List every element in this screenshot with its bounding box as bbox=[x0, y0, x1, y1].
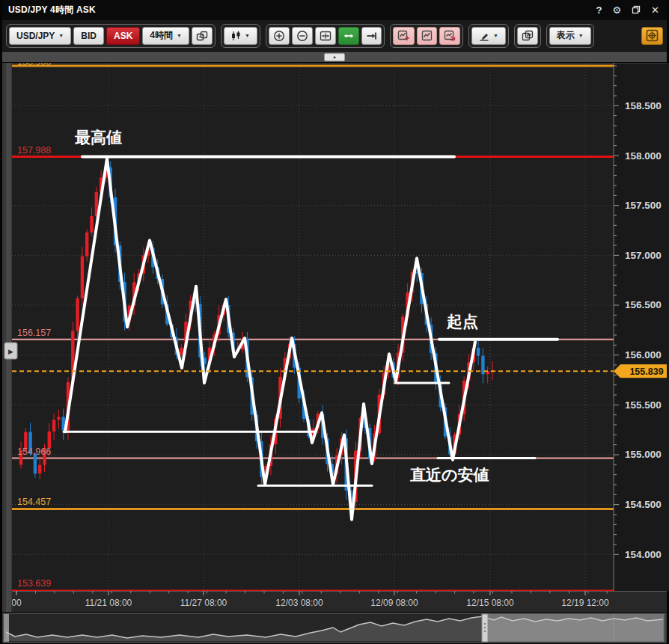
y-axis-label: 154.500 bbox=[625, 499, 662, 510]
chart-list-icon bbox=[421, 30, 433, 41]
candle-body bbox=[52, 420, 55, 431]
x-axis-label: 00 bbox=[11, 598, 22, 608]
y-axis-label: 158.000 bbox=[625, 150, 662, 162]
display-menu-label: 表示 bbox=[557, 29, 575, 42]
price-level-label: 158.900 bbox=[17, 63, 51, 67]
y-axis-label: 154.000 bbox=[625, 549, 662, 560]
zoom-out-icon bbox=[296, 30, 308, 42]
compare-overlay-icon bbox=[522, 30, 534, 41]
ask-button[interactable]: ASK bbox=[106, 27, 140, 45]
trading-chart-window: USD/JPY 4時間 ASK ? ⚙ ✕ USD/JPY ▼ BID ASK … bbox=[0, 0, 669, 644]
zoom-in-button[interactable] bbox=[269, 27, 290, 45]
x-axis-label: 12/19 12:00 bbox=[561, 598, 609, 608]
y-axis-label: 158.500 bbox=[625, 100, 662, 111]
fit-all-button[interactable] bbox=[315, 27, 336, 45]
crosshair-icon bbox=[646, 29, 659, 42]
arrow-right-icon bbox=[366, 31, 377, 40]
zoom-group bbox=[266, 24, 385, 48]
navigator-handle-grip-dot bbox=[484, 623, 486, 625]
scroll-to-latest-button[interactable] bbox=[361, 27, 382, 45]
settings-gear-icon[interactable]: ⚙ bbox=[612, 5, 621, 15]
annotation-text[interactable]: 起点 bbox=[446, 313, 478, 331]
link-charts-button[interactable] bbox=[192, 27, 213, 45]
x-axis-label: 12/15 08:00 bbox=[466, 598, 514, 608]
chart-list-button[interactable] bbox=[417, 27, 437, 45]
zoom-in-icon bbox=[273, 30, 285, 42]
chevron-up-icon: ▲ bbox=[332, 55, 337, 59]
symbol-select[interactable]: USD/JPY ▼ bbox=[9, 27, 71, 45]
candle-body bbox=[81, 257, 84, 298]
price-level-label: 157.988 bbox=[17, 145, 51, 156]
x-axis-label: 12/03 08:00 bbox=[275, 598, 323, 608]
chevron-down-icon: ▼ bbox=[493, 33, 498, 38]
candle-body bbox=[76, 298, 79, 331]
x-axis-label: 12/09 08:00 bbox=[370, 598, 418, 608]
timeframe-select-value: 4時間 bbox=[150, 29, 173, 42]
time-axis[interactable]: 0011/21 08:0011/27 08:0012/03 08:0012/09… bbox=[11, 591, 667, 612]
popout-chart-button[interactable] bbox=[439, 27, 460, 45]
current-price-value: 155.839 bbox=[629, 367, 663, 377]
fit-horizontal-button[interactable] bbox=[338, 27, 359, 45]
window-controls: ? ⚙ ✕ bbox=[596, 5, 659, 16]
chart-type-select[interactable]: ▼ bbox=[224, 27, 257, 45]
crosshair-tool-button[interactable] bbox=[641, 27, 663, 45]
toolbar-collapse-strip: ▲ bbox=[2, 52, 667, 62]
chevron-down-icon: ▼ bbox=[578, 33, 584, 38]
chart-manage-group bbox=[390, 24, 463, 48]
candle-body bbox=[180, 348, 183, 355]
candlestick-icon bbox=[231, 31, 241, 41]
pencil-icon bbox=[479, 31, 489, 41]
popout-chart-icon bbox=[444, 30, 456, 41]
chevron-right-icon: ▶ bbox=[8, 348, 13, 355]
chevron-down-icon: ▼ bbox=[58, 33, 64, 38]
candle-body bbox=[38, 465, 41, 473]
compare-overlay-button[interactable] bbox=[517, 27, 538, 45]
annotation-text[interactable]: 直近の安値 bbox=[409, 466, 489, 483]
candle-body bbox=[477, 348, 480, 356]
x-axis-label: 11/21 08:00 bbox=[85, 598, 132, 608]
chevron-down-icon: ▼ bbox=[177, 33, 182, 38]
splitter-bar[interactable] bbox=[6, 63, 11, 612]
navigator-handle-grip-dot bbox=[484, 631, 486, 632]
y-axis-label: 157.000 bbox=[625, 250, 662, 261]
overlay-group bbox=[514, 24, 541, 48]
timeframe-select[interactable]: 4時間 ▼ bbox=[142, 27, 189, 45]
y-axis-label: 155.000 bbox=[625, 449, 662, 460]
symbol-select-value: USD/JPY bbox=[16, 31, 55, 41]
close-icon[interactable]: ✕ bbox=[651, 5, 659, 15]
navigator[interactable] bbox=[3, 613, 666, 643]
y-axis-label: 156.000 bbox=[625, 349, 662, 361]
fit-all-icon bbox=[320, 31, 332, 41]
candle-body bbox=[57, 417, 60, 420]
draw-group: ▼ bbox=[468, 24, 509, 48]
title-bar: USD/JPY 4時間 ASK ? ⚙ ✕ bbox=[2, 0, 667, 20]
help-icon[interactable]: ? bbox=[596, 5, 602, 15]
bid-button[interactable]: BID bbox=[73, 27, 104, 45]
chevron-down-icon: ▼ bbox=[245, 33, 250, 38]
chart-canvas[interactable]: 最高値起点直近の安値 158.500158.000157.500157.0001… bbox=[0, 63, 669, 644]
collapse-toolbar-button[interactable]: ▲ bbox=[324, 53, 345, 61]
navigator-handle-grip-dot bbox=[484, 627, 486, 628]
toolbar: USD/JPY ▼ BID ASK 4時間 ▼ ▼ bbox=[2, 20, 667, 51]
price-level-label: 154.457 bbox=[17, 497, 51, 507]
y-axis-label: 157.500 bbox=[625, 200, 662, 211]
zoom-out-button[interactable] bbox=[292, 27, 313, 45]
price-level-label: 156.157 bbox=[17, 328, 51, 338]
fit-horizontal-icon bbox=[343, 31, 355, 40]
symbol-group: USD/JPY ▼ BID ASK 4時間 ▼ bbox=[6, 24, 216, 48]
price-axis-area[interactable] bbox=[614, 63, 669, 591]
x-axis-label: 11/27 08:00 bbox=[180, 598, 227, 608]
candle-body bbox=[90, 216, 93, 233]
y-axis-label: 155.500 bbox=[625, 399, 662, 411]
chart-type-group: ▼ bbox=[221, 24, 260, 48]
display-menu-button[interactable]: 表示 ▼ bbox=[549, 27, 591, 45]
price-level-label: 154.966 bbox=[17, 447, 51, 457]
y-axis-label: 156.500 bbox=[625, 299, 662, 310]
window-title: USD/JPY 4時間 ASK bbox=[8, 4, 96, 16]
restore-window-icon[interactable] bbox=[632, 5, 641, 16]
annotation-text[interactable]: 最高値 bbox=[75, 129, 122, 146]
candle-body bbox=[85, 233, 88, 257]
add-chart-button[interactable] bbox=[393, 27, 415, 45]
link-charts-icon bbox=[196, 31, 208, 41]
draw-tool-select[interactable]: ▼ bbox=[471, 27, 506, 45]
